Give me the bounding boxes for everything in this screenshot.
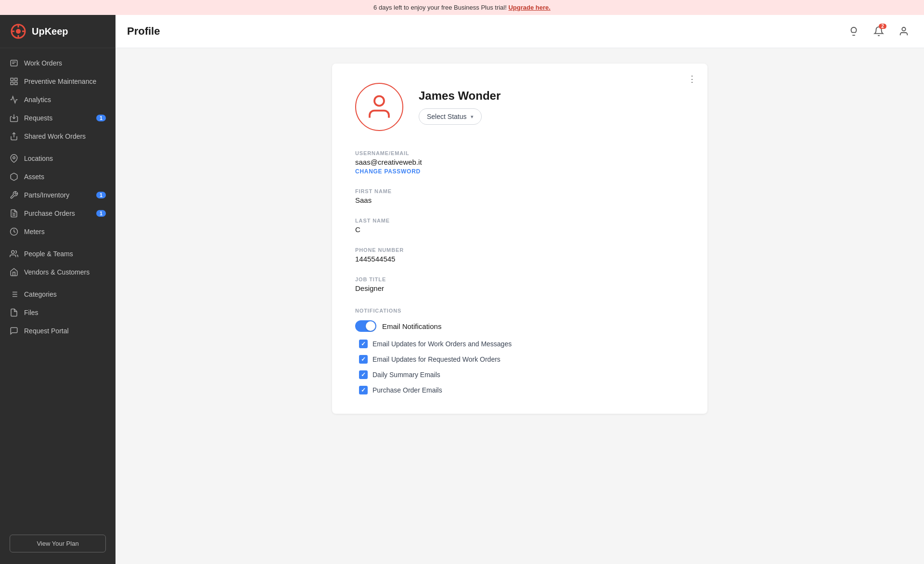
sidebar-item-parts-inventory[interactable]: Parts/Inventory 1 [0, 186, 116, 204]
sidebar-item-people-teams[interactable]: People & Teams [0, 245, 116, 263]
meters-icon [10, 227, 18, 236]
change-password-link[interactable]: CHANGE PASSWORD [355, 168, 684, 175]
card-menu-button[interactable]: ⋮ [684, 71, 700, 87]
svg-point-1 [16, 29, 21, 34]
checkbox-purchase-order[interactable] [359, 386, 368, 394]
view-plan-button[interactable]: View Your Plan [10, 535, 106, 552]
phone-value: 1445544545 [355, 255, 684, 263]
svg-rect-12 [15, 82, 17, 85]
work-orders-icon [10, 59, 18, 67]
user-button[interactable] [895, 23, 912, 40]
bulb-button[interactable] [845, 23, 862, 40]
trial-banner: 6 days left to enjoy your free Business … [0, 0, 924, 15]
email-notifications-toggle[interactable] [355, 320, 376, 332]
checkbox-row-1: Email Updates for Requested Work Orders [359, 355, 684, 364]
sidebar-label-purchase-orders: Purchase Orders [24, 210, 75, 217]
header-actions: 2 [845, 23, 912, 40]
analytics-icon [10, 95, 18, 104]
sidebar-bottom: View Your Plan [0, 527, 116, 564]
sidebar-label-files: Files [24, 309, 38, 316]
sidebar-label-people: People & Teams [24, 250, 73, 258]
sidebar-item-work-orders[interactable]: Work Orders [0, 54, 116, 72]
sidebar-label-analytics: Analytics [24, 96, 51, 104]
checkbox-label-1: Email Updates for Requested Work Orders [372, 355, 500, 363]
last-name-label: LAST NAME [355, 218, 684, 223]
profile-name: James Wonder [419, 89, 500, 103]
svg-rect-10 [15, 78, 17, 80]
checkbox-row-0: Email Updates for Work Orders and Messag… [359, 340, 684, 348]
upkeep-logo-icon [10, 23, 27, 40]
checkbox-row-3: Purchase Order Emails [359, 386, 684, 394]
sidebar-label-locations: Locations [24, 155, 53, 162]
main-content: Profile 2 ⋮ [116, 15, 924, 564]
files-icon [10, 308, 18, 317]
sidebar-item-locations[interactable]: Locations [0, 149, 116, 168]
sidebar-item-purchase-orders[interactable]: Purchase Orders 1 [0, 204, 116, 223]
sidebar-item-vendors-customers[interactable]: Vendors & Customers [0, 263, 116, 281]
svg-rect-9 [11, 78, 13, 80]
svg-point-14 [13, 157, 15, 159]
shared-work-orders-icon [10, 132, 18, 141]
checkbox-work-orders[interactable] [359, 340, 368, 348]
trial-text: 6 days left to enjoy your free Business … [373, 4, 507, 11]
vendors-icon [10, 268, 18, 276]
sidebar-label-parts: Parts/Inventory [24, 191, 69, 199]
notifications-button[interactable]: 2 [870, 23, 887, 40]
sidebar-label-assets: Assets [24, 173, 44, 181]
sidebar-label-request-portal: Request Portal [24, 327, 69, 335]
chevron-down-icon: ▾ [471, 114, 474, 120]
requests-badge: 1 [96, 115, 106, 121]
checkbox-list: Email Updates for Work Orders and Messag… [355, 340, 684, 394]
sidebar-item-requests[interactable]: Requests 1 [0, 109, 116, 127]
avatar-icon [365, 92, 394, 121]
checkbox-requested-work-orders[interactable] [359, 355, 368, 364]
checkbox-label-0: Email Updates for Work Orders and Messag… [372, 340, 512, 348]
assets-icon [10, 172, 18, 181]
sidebar-item-categories[interactable]: Categories [0, 285, 116, 303]
sidebar-item-meters[interactable]: Meters [0, 223, 116, 241]
requests-icon [10, 114, 18, 122]
sidebar-label-work-orders: Work Orders [24, 59, 62, 67]
last-name-field-group: LAST NAME C [355, 218, 684, 234]
sidebar-item-preventive-maintenance[interactable]: Preventive Maintenance [0, 72, 116, 91]
profile-card: ⋮ James Wonder Select Status ▾ [332, 64, 707, 414]
profile-name-section: James Wonder Select Status ▾ [419, 89, 500, 125]
status-btn-label: Select Status [427, 113, 467, 120]
profile-fields: USERNAME/EMAIL saas@creativeweb.it CHANG… [355, 150, 684, 394]
svg-point-26 [374, 96, 384, 106]
people-teams-icon [10, 249, 18, 258]
job-title-value: Designer [355, 284, 684, 292]
sidebar-label-shared: Shared Work Orders [24, 132, 86, 140]
categories-icon [10, 290, 18, 299]
upgrade-link[interactable]: Upgrade here. [508, 4, 550, 11]
sidebar-item-analytics[interactable]: Analytics [0, 91, 116, 109]
email-notifications-label: Email Notifications [382, 322, 441, 330]
checkbox-label-2: Daily Summary Emails [372, 371, 440, 379]
bulb-icon [848, 26, 859, 37]
sidebar-label-requests: Requests [24, 114, 52, 122]
sidebar-item-shared-work-orders[interactable]: Shared Work Orders [0, 127, 116, 145]
sidebar-item-assets[interactable]: Assets [0, 168, 116, 186]
profile-header: James Wonder Select Status ▾ [355, 83, 684, 131]
checkbox-row-2: Daily Summary Emails [359, 370, 684, 379]
page-title: Profile [127, 25, 160, 38]
svg-rect-11 [11, 82, 13, 85]
username-label: USERNAME/EMAIL [355, 150, 684, 156]
first-name-field-group: FIRST NAME Saas [355, 188, 684, 204]
sidebar-item-files[interactable]: Files [0, 303, 116, 322]
svg-point-18 [12, 250, 14, 253]
select-status-button[interactable]: Select Status ▾ [419, 108, 482, 125]
email-notifications-toggle-row: Email Notifications [355, 320, 684, 332]
notifications-section: NOTIFICATIONS Email Notifications Email … [355, 308, 684, 394]
notification-badge: 2 [879, 24, 886, 29]
sidebar-item-request-portal[interactable]: Request Portal [0, 322, 116, 340]
logo-area: UpKeep [0, 15, 116, 48]
purchase-orders-badge: 1 [96, 210, 106, 217]
avatar [355, 83, 403, 131]
checkbox-daily-summary[interactable] [359, 370, 368, 379]
preventive-maintenance-icon [10, 77, 18, 86]
sidebar-label-meters: Meters [24, 228, 45, 236]
parts-badge: 1 [96, 192, 106, 198]
phone-label: PHONE NUMBER [355, 247, 684, 253]
first-name-value: Saas [355, 196, 684, 204]
